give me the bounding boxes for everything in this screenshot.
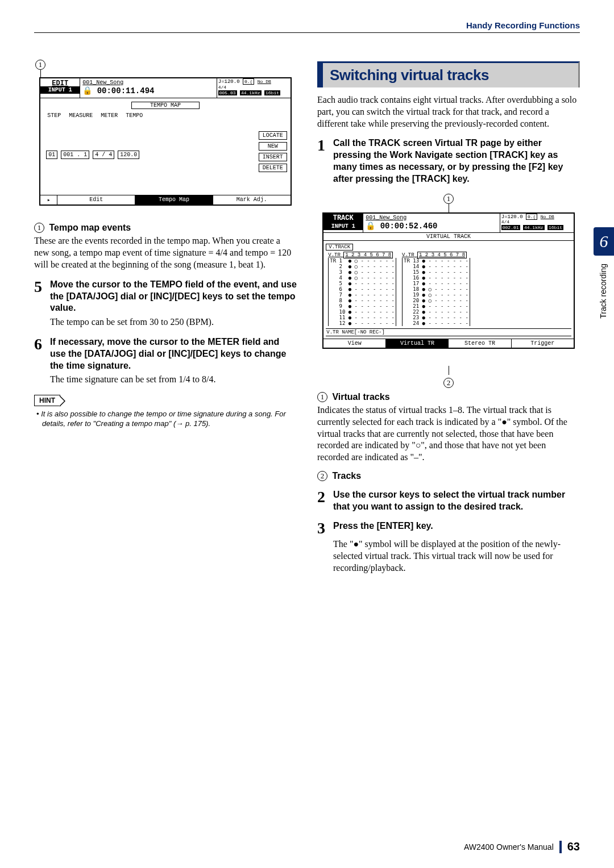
table-row: 11 ● - - - - - - - [330, 315, 395, 320]
tab-tempo-map: Tempo Map [135, 195, 213, 205]
term-tracks: 2 Tracks [317, 470, 580, 481]
lcd-tempo: J=120.0 [218, 79, 240, 85]
lcd2-input-label: INPUT 1 [323, 223, 363, 230]
tab-trigger: Trigger [512, 339, 574, 348]
btn-delete: DELETE [259, 164, 287, 172]
lcd2-screen-title: TRACK [323, 214, 363, 223]
lcd-meas: 005.03 [218, 90, 237, 95]
btn-locate: LOCATE [259, 131, 287, 140]
tab-virtual-tr: Virtual TR [386, 339, 449, 348]
table-row: 16 ● - - - - - - - [404, 275, 468, 281]
table-row: 21 ● - - - - - - - [404, 303, 468, 309]
term-virtual-tracks: 1 Virtual tracks [317, 391, 580, 402]
chapter-tab: 6 Track recording [594, 227, 614, 327]
tab-edit: Edit [57, 195, 135, 205]
section-header: Switching virtual tracks [317, 61, 580, 87]
running-header: Handy Recording Functions [34, 20, 580, 33]
step-6-body: The time signature can be set from 1/4 t… [50, 374, 297, 386]
step-5-body: The tempo can be set from 30 to 250 (BPM… [50, 316, 297, 328]
hint-label: HINT [34, 395, 60, 406]
table-row: 5 ● - - - - - - - [330, 281, 395, 286]
vtrack-label: V.TRACK [326, 244, 353, 251]
lcd2-rate: 44.1kHz [523, 225, 545, 230]
step-1-title: Call the TRACK screen Virtual TR page by… [333, 137, 580, 185]
chapter-label: Track recording [594, 256, 613, 327]
table-row: 4 ● ○ - - - - - - [330, 275, 395, 281]
val-step: 01 [46, 151, 57, 159]
lcd2-bit: 16bit [547, 225, 563, 230]
val-measure: 001 . 1 [61, 151, 89, 159]
step-6-number: 6 [34, 336, 45, 372]
table-row: 8 ● - - - - - - - [330, 298, 395, 303]
lcd-subtitle: TEMPO MAP [131, 102, 200, 109]
step-3: 3 Press the [ENTER] key. [317, 520, 580, 536]
step-6-title: If necessary, move the cursor to the MET… [50, 336, 297, 372]
vt-colhdr-left: V.TR [328, 252, 341, 258]
table-row: 18 ● ○ - - - - - - [404, 286, 468, 292]
table-row: TR 13 ● - - - - - - - [404, 258, 468, 264]
step-1: 1 Call the TRACK screen Virtual TR page … [317, 137, 580, 185]
table-row: 3 ● ○ - - - - - - [330, 269, 395, 275]
lcd-time: 00:00:11.494 [97, 86, 155, 95]
lcd2-subtitle: VIRTUAL TRACK [323, 233, 574, 241]
step-3-body: The "●" symbol will be displayed at the … [333, 539, 580, 574]
chapter-number: 6 [594, 227, 614, 256]
tab-mark-adj: Mark Adj. [213, 195, 291, 205]
table-row: 15 ● - - - - - - - [404, 269, 468, 275]
step-6: 6 If necessary, move the cursor to the M… [34, 336, 297, 372]
step-5-number: 5 [34, 279, 45, 314]
field-measure: MEASURE [69, 112, 93, 119]
para-virtual-tracks: Indicates the status of virtual tracks 1… [317, 404, 580, 464]
step-1-number: 1 [317, 137, 329, 185]
term-tempo-map-events: 1 Tempo map events [34, 223, 297, 233]
right-column: Switching virtual tracks Each audio trac… [317, 61, 580, 574]
lcd-level: 0.( [243, 78, 254, 85]
val-tempo: 120.0 [118, 151, 139, 159]
btn-insert: INSERT [259, 153, 287, 161]
fig2-callout-2: 2 [317, 366, 580, 388]
tab-icon: ▸ [40, 195, 57, 205]
hint-text: • It is also possible to change the temp… [34, 410, 297, 429]
lcd-bit: 16bit [264, 90, 280, 95]
footer-bar-icon [559, 841, 562, 853]
lcd2-nodb: No DB [541, 214, 554, 219]
lcd-input-label: INPUT 1 [40, 86, 80, 94]
table-row: 17 ● - - - - - - - [404, 281, 468, 286]
footer-doc: AW2400 Owner's Manual [464, 842, 554, 852]
table-row: 20 ● ○ - - - - - - [404, 298, 468, 303]
fig2-callout-1: 1 [443, 193, 454, 213]
step-2-title: Use the cursor keys to select the virtua… [333, 489, 580, 513]
lcd2-sig: 4/4 [501, 219, 509, 224]
lcd2-song-name: 001_New_Song [366, 215, 497, 221]
table-row: 12 ● - - - - - - - [330, 320, 395, 326]
table-row: 14 ● - - - - - - - [404, 264, 468, 269]
lcd-rate: 44.1kHz [240, 90, 262, 95]
step-3-number: 3 [317, 520, 329, 536]
lcd2-meas: 002.01 [501, 225, 520, 230]
table-row: 24 ● - - - - - - - [404, 320, 468, 326]
left-column: 1 EDIT INPUT 1 001_New_Song 🔒 00:00:11.4… [34, 61, 297, 574]
table-row: 6 ● - - - - - - - [330, 286, 395, 292]
figure-tempo-map: EDIT INPUT 1 001_New_Song 🔒 00:00:11.494… [39, 77, 292, 206]
table-row: 22 ● - - - - - - - [404, 309, 468, 315]
table-row: 23 ● - - - - - - - [404, 315, 468, 320]
step-2-number: 2 [317, 489, 329, 513]
page-footer: AW2400 Owner's Manual 63 [464, 840, 580, 853]
tab-view: View [323, 339, 386, 348]
step-5-title: Move the cursor to the TEMPO field of th… [50, 279, 297, 314]
footer-page-number: 63 [567, 840, 580, 853]
section-intro: Each audio track contains eight virtual … [317, 94, 580, 130]
field-meter: METER [101, 112, 118, 119]
hint-box: HINT • It is also possible to change the… [34, 395, 297, 429]
lcd2-tempo: J=120.0 [501, 214, 523, 220]
step-3-title: Press the [ENTER] key. [333, 520, 433, 536]
table-row: TR 1 ● ○ - - - - - - [330, 258, 395, 264]
field-step: STEP [47, 112, 61, 119]
vt-name-label: V.TR NAME[-NO REC-] [326, 328, 571, 336]
field-tempo: TEMPO [126, 112, 143, 119]
lcd-song-name: 001_New_Song [82, 80, 214, 86]
step-2: 2 Use the cursor keys to select the virt… [317, 489, 580, 513]
step-5: 5 Move the cursor to the TEMPO field of … [34, 279, 297, 314]
virtual-track-table: V.TR 1 2 3 4 5 6 7 8 TR 1 ● ○ - - - - - … [326, 250, 571, 328]
val-meter: 4 / 4 [93, 151, 114, 159]
